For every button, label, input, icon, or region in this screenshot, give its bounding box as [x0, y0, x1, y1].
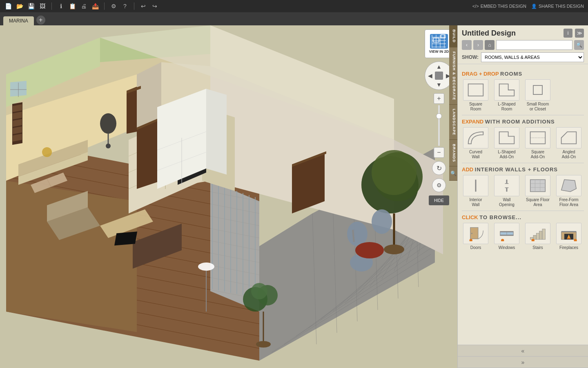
small-room-item[interactable]: Small Roomor Closet	[524, 79, 552, 112]
l-shaped-room-label: L-ShapedRoom	[498, 102, 515, 112]
svg-rect-148	[500, 235, 513, 236]
small-room-svg	[529, 82, 547, 98]
print-icon[interactable]: 🖨	[80, 2, 88, 10]
undo-button[interactable]: ↩	[139, 2, 147, 10]
curved-wall-item[interactable]: CurvedWall	[462, 127, 490, 159]
panel-search-input[interactable]	[496, 40, 572, 50]
hide-label: HIDE	[434, 198, 444, 203]
tab-marina[interactable]: MARINA	[3, 16, 34, 25]
search-panel-tab[interactable]: 🔍	[449, 166, 457, 181]
brands-tab[interactable]: BRANDS	[449, 140, 457, 167]
stairs-item[interactable]: Stairs	[524, 223, 552, 250]
print-preview-icon[interactable]: 🖼	[38, 2, 47, 10]
canvas-area[interactable]: VIEW IN 2D ▲ ▼ ◀ ▶ + −	[0, 25, 457, 368]
fireplaces-item[interactable]: Fireplaces	[555, 223, 583, 250]
pan-left-button[interactable]: ◀	[426, 72, 434, 80]
toolbar-right: </> EMBED THIS DESIGN 👤 SHARE THIS DESIG…	[472, 4, 584, 9]
pan-down-button[interactable]: ▼	[435, 81, 443, 89]
svg-rect-151	[533, 235, 536, 239]
divider-3	[462, 211, 584, 211]
freeform-floor-icon-box	[556, 175, 581, 196]
share-button[interactable]: 👤 SHARE THIS DESIGN	[531, 4, 584, 9]
square-floor-item[interactable]: Square FloorArea	[524, 175, 552, 207]
interior-wall-label: InteriorWall	[469, 197, 482, 207]
sep3	[134, 2, 134, 10]
panel-search-button[interactable]: 🔍	[574, 40, 584, 50]
square-addon-item[interactable]: SquareAdd-On	[524, 127, 552, 159]
zoom-track[interactable]	[438, 105, 440, 146]
panel-back-button[interactable]: ‹	[462, 40, 472, 50]
l-shaped-addon-svg	[498, 130, 516, 146]
furnish-tab[interactable]: FURNISH & DECORATE	[449, 47, 457, 105]
doors-item[interactable]: Doors	[462, 223, 490, 250]
pages-icon[interactable]: 📋	[68, 2, 76, 10]
tab-marina-label: MARINA	[9, 18, 28, 24]
settings-icon[interactable]: ⚙	[109, 2, 118, 10]
nav-center	[435, 72, 443, 80]
svg-point-93	[384, 245, 404, 254]
wall-opening-svg	[498, 178, 516, 193]
windows-svg	[498, 226, 516, 241]
export-icon[interactable]: 📤	[91, 2, 99, 10]
square-floor-svg	[529, 178, 547, 193]
freeform-floor-item[interactable]: Free-FormFloor Area	[555, 175, 583, 207]
hide-button[interactable]: HIDE	[429, 195, 449, 205]
panel-header-icons: i ≫	[564, 29, 584, 38]
panel-forward-button[interactable]: ›	[473, 40, 483, 50]
rotate-button[interactable]: ↻	[432, 161, 446, 175]
windows-item[interactable]: Windows	[493, 223, 521, 250]
wall-opening-item[interactable]: WallOpening	[493, 175, 521, 207]
zoom-out-button[interactable]: −	[434, 147, 444, 158]
build-tab[interactable]: BUILD	[449, 25, 457, 47]
angled-addon-label: AngledAdd-On	[562, 150, 576, 159]
settings-button[interactable]: ⚙	[432, 178, 446, 192]
svg-rect-154	[542, 229, 545, 240]
divider-1	[462, 115, 584, 115]
interior-wall-icon-box	[463, 175, 488, 196]
redo-button[interactable]: ↪	[151, 2, 159, 10]
info-icon[interactable]: ℹ	[57, 2, 65, 10]
floor-plan-svg	[0, 25, 457, 368]
svg-rect-153	[539, 231, 542, 240]
panel-home-button[interactable]: ⌂	[485, 40, 494, 50]
new-file-icon[interactable]: 📄	[4, 2, 12, 10]
angled-addon-item[interactable]: AngledAdd-On	[555, 127, 583, 159]
l-shaped-addon-icon-box	[494, 127, 519, 148]
zoom-in-button[interactable]: +	[434, 93, 444, 104]
svg-point-149	[501, 239, 504, 241]
main-area: VIEW IN 2D ▲ ▼ ◀ ▶ + −	[0, 25, 588, 368]
show-label: SHOW:	[462, 54, 479, 60]
embed-button[interactable]: </> EMBED THIS DESIGN	[472, 4, 526, 9]
curved-wall-icon-box	[463, 127, 488, 148]
svg-rect-147	[500, 231, 513, 232]
svg-rect-152	[536, 233, 539, 239]
interior-wall-item[interactable]: InteriorWall	[462, 175, 490, 207]
close-panel-button[interactable]: ≫	[575, 29, 584, 38]
3d-view[interactable]	[0, 25, 457, 368]
square-room-svg	[467, 82, 485, 98]
show-select[interactable]: ROOMS, WALLS & AREAS FURNITURE ALL	[481, 52, 584, 62]
svg-point-87	[251, 283, 267, 299]
l-shaped-room-item[interactable]: L-ShapedRoom	[493, 79, 521, 112]
collapse-up-button[interactable]: «	[458, 345, 588, 357]
zoom-thumb[interactable]	[436, 113, 442, 119]
landscape-tab[interactable]: LANDSCAPE	[449, 105, 457, 140]
l-shaped-addon-item[interactable]: L-ShapedAdd-On	[493, 127, 521, 159]
info-panel-button[interactable]: i	[564, 29, 572, 38]
tabs-bar: MARINA +	[0, 12, 588, 25]
collapse-down-button[interactable]: »	[458, 357, 588, 368]
help-icon[interactable]: ?	[121, 2, 129, 10]
add-tab-button[interactable]: +	[36, 16, 45, 25]
svg-point-144	[470, 239, 472, 241]
divider-2	[462, 163, 584, 163]
svg-marker-127	[499, 132, 514, 144]
windows-label: Windows	[499, 245, 515, 250]
svg-point-105	[100, 113, 116, 134]
wall-opening-icon-box	[494, 175, 519, 196]
svg-point-80	[198, 263, 214, 271]
square-room-item[interactable]: SquareRoom	[462, 79, 490, 112]
svg-point-94	[347, 222, 368, 246]
save-icon[interactable]: 💾	[27, 2, 35, 10]
open-file-icon[interactable]: 📂	[16, 2, 24, 10]
pan-up-button[interactable]: ▲	[435, 63, 443, 71]
